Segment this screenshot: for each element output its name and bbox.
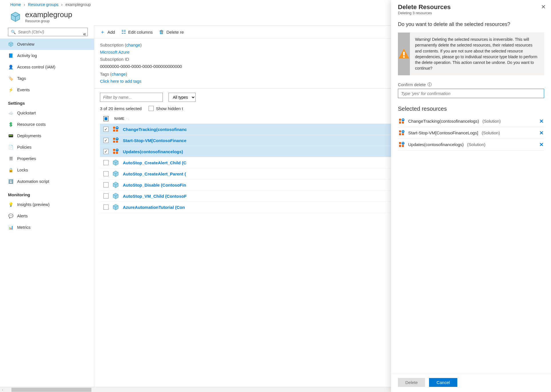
collapse-sidebar-icon[interactable]: « xyxy=(83,31,86,37)
sidebar-item-label: Automation script xyxy=(17,179,49,184)
close-icon: ✕ xyxy=(541,4,546,10)
sidebar-item-alerts[interactable]: 💬Alerts xyxy=(0,210,94,222)
columns-icon: ☷ xyxy=(121,29,126,35)
search-input[interactable] xyxy=(8,28,88,36)
row-checkbox[interactable] xyxy=(103,127,109,132)
cost-icon: 💲 xyxy=(8,122,14,127)
add-tags-link[interactable]: Click here to add tags xyxy=(100,79,141,84)
subscription-name-link[interactable]: Microsoft Azure xyxy=(100,50,129,54)
delete-button[interactable]: Delete xyxy=(398,378,425,387)
page-subtitle: Resource group xyxy=(25,19,72,23)
sidebar-item-events[interactable]: ⚡Events xyxy=(0,84,94,96)
sidebar-item-overview[interactable]: Overview xyxy=(0,39,94,50)
alert-icon: 💬 xyxy=(8,213,14,219)
row-checkbox[interactable] xyxy=(103,149,109,154)
sidebar-item-policies[interactable]: 📄Policies xyxy=(0,142,94,153)
breadcrumb-current: examplegroup xyxy=(65,2,91,7)
plus-icon: ＋ xyxy=(100,29,105,35)
row-checkbox[interactable] xyxy=(103,193,109,199)
row-checkbox[interactable] xyxy=(103,160,109,165)
remove-icon: ✕ xyxy=(539,130,544,136)
sidebar-item-label: Quickstart xyxy=(17,111,36,115)
chevron-right-icon: › xyxy=(24,2,25,7)
sidebar-item-quickstart[interactable]: ☁️Quickstart xyxy=(0,107,94,119)
resource-name[interactable]: AutoStop_VM_Child (ContosoF xyxy=(123,194,187,199)
edit-columns-button[interactable]: ☷Edit columns xyxy=(121,29,153,35)
remove-selected-button[interactable]: ✕ xyxy=(539,142,544,148)
confirm-delete-input[interactable] xyxy=(398,89,544,98)
cube-icon xyxy=(113,204,119,210)
selected-resource-type: (Solution) xyxy=(467,142,485,147)
sidebar-item-activity-log[interactable]: 📘Activity log xyxy=(0,50,94,61)
resource-name[interactable]: AzureAutomationTutorial (Con xyxy=(123,205,185,210)
selected-resource-type: (Solution) xyxy=(482,130,500,135)
row-checkbox[interactable] xyxy=(103,182,109,187)
selected-resource-item: Updates(contosofinancelogs) (Solution)✕ xyxy=(398,139,544,151)
sidebar-item-resource-costs[interactable]: 💲Resource costs xyxy=(0,119,94,130)
sidebar-item-properties[interactable]: ☰Properties xyxy=(0,153,94,164)
sidebar-item-insights[interactable]: 💡Insights (preview) xyxy=(0,199,94,210)
cube-icon xyxy=(113,171,119,177)
cancel-button[interactable]: Cancel xyxy=(429,378,457,387)
show-hidden-checkbox[interactable] xyxy=(149,106,154,111)
selected-resource-name: Updates(contosofinancelogs) xyxy=(408,142,464,147)
sidebar-heading-monitoring: Monitoring xyxy=(0,187,94,199)
warning-box: Warning! Deleting the selected resources… xyxy=(398,33,544,75)
resource-name[interactable]: AutoStop_Disable (ContosoFin xyxy=(123,183,186,187)
solution-icon xyxy=(398,118,405,124)
sidebar: 🔍 « Overview 📘Activity log 👤Access contr… xyxy=(0,25,94,387)
sidebar-item-label: Locks xyxy=(17,168,28,172)
row-checkbox[interactable] xyxy=(103,205,109,210)
deployment-icon: 📟 xyxy=(8,133,14,139)
add-button[interactable]: ＋Add xyxy=(100,29,115,35)
sidebar-item-tags[interactable]: 🏷️Tags xyxy=(0,73,94,84)
cube-icon xyxy=(113,182,119,188)
filter-input[interactable] xyxy=(100,93,163,102)
selected-resource-item: ChangeTracking(contosofinancelogs) (Solu… xyxy=(398,116,544,127)
selected-resource-name: ChangeTracking(contosofinancelogs) xyxy=(408,119,479,124)
resource-name[interactable]: Updates(contosofinancelogs) xyxy=(123,149,183,154)
sidebar-item-label: Properties xyxy=(17,156,36,161)
sidebar-item-metrics[interactable]: 📊Metrics xyxy=(0,222,94,233)
policy-icon: 📄 xyxy=(8,144,14,150)
breadcrumb-home[interactable]: Home xyxy=(10,2,21,7)
sidebar-item-access-control[interactable]: 👤Access control (IAM) xyxy=(0,61,94,73)
row-checkbox[interactable] xyxy=(103,138,109,143)
tags-change-link[interactable]: change xyxy=(112,72,126,76)
row-checkbox[interactable] xyxy=(103,171,109,176)
selected-resource-item: Start-Stop-VM[ContosoFinanceLogs] (Solut… xyxy=(398,127,544,139)
resource-name[interactable]: AutoStop_CreateAlert_Parent ( xyxy=(123,171,186,176)
close-button[interactable]: ✕ xyxy=(541,3,546,10)
resource-name[interactable]: AutoStop_CreateAlert_Child (C xyxy=(123,160,187,165)
metrics-icon: 📊 xyxy=(8,225,14,230)
select-all-checkbox[interactable] xyxy=(103,116,109,121)
selected-resource-type: (Solution) xyxy=(482,119,501,124)
remove-icon: ✕ xyxy=(539,142,544,147)
sidebar-item-deployments[interactable]: 📟Deployments xyxy=(0,130,94,142)
breadcrumb-resource-groups[interactable]: Resource groups xyxy=(28,2,59,7)
page-title: examplegroup xyxy=(25,10,72,19)
sidebar-item-locks[interactable]: 🔒Locks xyxy=(0,164,94,176)
sidebar-item-label: Resource costs xyxy=(17,122,46,127)
sidebar-item-label: Metrics xyxy=(17,225,31,230)
remove-selected-button[interactable]: ✕ xyxy=(539,130,544,136)
column-name[interactable]: NAME xyxy=(114,117,124,121)
remove-selected-button[interactable]: ✕ xyxy=(539,118,544,124)
delete-resource-group-button[interactable]: 🗑Delete re xyxy=(159,29,184,35)
info-icon: i xyxy=(428,82,432,86)
cloud-icon: ☁️ xyxy=(8,110,14,116)
search-icon: 🔍 xyxy=(11,30,16,34)
subscription-id-label: Subscription ID xyxy=(100,57,129,62)
resource-name[interactable]: Start-Stop-VM[ContosoFinance xyxy=(123,138,187,143)
subscription-change-link[interactable]: change xyxy=(126,43,140,47)
resource-name[interactable]: ChangeTracking(contosofinanc xyxy=(123,127,187,132)
sidebar-item-automation-script[interactable]: ⬇️Automation script xyxy=(0,176,94,187)
sidebar-item-label: Activity log xyxy=(17,53,37,58)
types-select[interactable]: All types xyxy=(169,93,196,102)
lock-icon: 🔒 xyxy=(8,167,14,173)
solution-icon xyxy=(113,126,119,132)
selected-resource-name: Start-Stop-VM[ContosoFinanceLogs] xyxy=(408,130,478,135)
bulb-icon: 💡 xyxy=(8,202,14,207)
script-icon: ⬇️ xyxy=(8,179,14,184)
panel-subtitle: Deleting 3 resources xyxy=(398,11,544,15)
